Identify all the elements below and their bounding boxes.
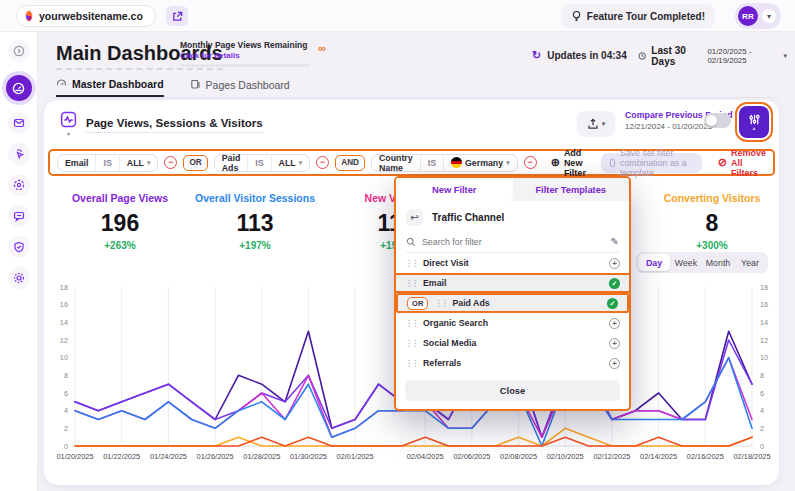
stat-value: 196 <box>45 210 195 237</box>
stat-value: 113 <box>180 210 330 237</box>
range-label: Last 30 Days <box>651 45 702 67</box>
feature-tour-badge[interactable]: Feature Tour Completed! <box>561 4 715 28</box>
popup-item-label: Paid Ads <box>452 298 489 308</box>
plus-circle-icon[interactable]: + <box>609 258 620 269</box>
filter-search-input[interactable] <box>422 237 605 247</box>
tab-label: Master Dashboard <box>72 78 164 90</box>
quota-details-link[interactable]: Click for details <box>180 51 312 60</box>
collapse-icon <box>13 45 25 57</box>
drag-handle-icon[interactable]: ⋮⋮ <box>405 319 417 328</box>
filter-field[interactable]: Country Name <box>372 155 420 171</box>
sidebar-item-settings[interactable] <box>8 267 30 289</box>
stat-value: 8 <box>637 210 787 237</box>
close-button[interactable]: Close <box>405 380 620 401</box>
svg-text:12: 12 <box>60 336 68 345</box>
tab-label: Pages Dashboard <box>206 79 290 91</box>
popup-item-email[interactable]: ⋮⋮ Email ✓ <box>396 273 629 293</box>
svg-text:16: 16 <box>760 300 768 309</box>
sidebar-item-engagement[interactable] <box>8 143 30 165</box>
filter-operator[interactable]: IS <box>247 155 270 171</box>
popup-tab-new-filter[interactable]: New Filter <box>396 178 513 201</box>
drag-handle-icon[interactable]: ⋮⋮ <box>405 259 417 268</box>
filter-field[interactable]: Paid Ads <box>215 155 248 171</box>
site-logo-icon <box>25 10 33 22</box>
chevron-down-icon: ▾ <box>783 52 787 60</box>
remove-all-filters-button[interactable]: ⊘Remove All Filters <box>718 148 766 178</box>
check-circle-icon[interactable]: ✓ <box>607 298 618 309</box>
save-filter-template-button[interactable]: Save set filter combination as a templat… <box>601 153 701 173</box>
sidebar-item-audience[interactable] <box>8 174 30 196</box>
sidebar-item-inbox[interactable] <box>8 112 30 134</box>
svg-text:01/28/2025: 01/28/2025 <box>243 452 280 461</box>
sidebar-collapse-button[interactable] <box>8 40 30 62</box>
chevron-down-icon: ▾ <box>506 159 510 167</box>
remove-filter-button[interactable]: − <box>164 156 177 169</box>
popup-item-label: Email <box>423 278 446 288</box>
pages-icon <box>190 79 201 90</box>
sidebar-item-security[interactable] <box>8 236 30 258</box>
granularity-day[interactable]: Day <box>638 254 670 271</box>
popup-item-direct-visit[interactable]: ⋮⋮ Direct Visit + <box>396 253 629 273</box>
drag-handle-icon[interactable]: ⋮⋮ <box>405 279 417 288</box>
svg-text:6: 6 <box>64 389 68 398</box>
popup-item-social-media[interactable]: ⋮⋮ Social Media + <box>396 333 629 353</box>
compare-toggle[interactable] <box>704 113 731 128</box>
date-range-dropdown[interactable]: Last 30 Days 01/20/2025 - 02/19/2025 ▾ <box>630 44 795 67</box>
plus-circle-icon[interactable]: + <box>609 338 620 349</box>
filter-value-dropdown[interactable]: ALL▾ <box>271 155 310 171</box>
toggle-knob <box>706 115 717 126</box>
filter-operator[interactable]: IS <box>420 155 443 171</box>
popup-title: Traffic Channel <box>432 212 504 223</box>
svg-text:14: 14 <box>60 318 68 327</box>
popup-tab-filter-templates[interactable]: Filter Templates <box>513 178 630 201</box>
site-url-field[interactable] <box>16 5 156 27</box>
filter-bar: Email IS ALL▾ − OR Paid Ads IS ALL▾ − AN… <box>48 149 775 176</box>
remove-filter-button[interactable]: − <box>524 156 537 169</box>
sidebar-item-messages[interactable] <box>8 205 30 227</box>
range-dates: 01/20/2025 - 02/19/2025 <box>707 47 778 65</box>
updates-dropdown[interactable]: ↻ Updates in 04:34 ▾ <box>523 44 645 67</box>
add-new-filter-button[interactable]: ⊕Add New Filter <box>551 148 588 178</box>
filter-popup: New Filter Filter Templates ↩ Traffic Ch… <box>394 176 631 411</box>
drag-handle-icon[interactable]: ⋮⋮ <box>434 299 446 308</box>
plus-circle-icon[interactable]: + <box>609 318 620 329</box>
stat-overall-visitor-sessions: Overall Visitor Sessions 113 +197% <box>180 192 330 251</box>
quota-label: Monthly Page Views Remaining <box>180 40 312 50</box>
popup-item-paid-ads[interactable]: OR ⋮⋮ Paid Ads ✓ <box>396 293 629 313</box>
svg-text:02/01/2025: 02/01/2025 <box>337 452 374 461</box>
popup-item-referrals[interactable]: ⋮⋮ Referrals + <box>396 353 629 373</box>
sidebar-item-dashboard[interactable] <box>6 75 32 101</box>
edit-icon[interactable]: ✎ <box>611 236 619 247</box>
export-icon <box>587 118 599 130</box>
chat-icon <box>13 210 25 222</box>
user-menu[interactable]: RR ▾ <box>735 3 781 29</box>
conjunction-or-chip[interactable]: OR <box>407 297 428 310</box>
drag-handle-icon[interactable]: ⋮⋮ <box>405 359 417 368</box>
conjunction-and-chip[interactable]: AND <box>335 155 365 171</box>
check-circle-icon[interactable]: ✓ <box>609 278 620 289</box>
filter-operator[interactable]: IS <box>95 155 118 171</box>
open-site-button[interactable] <box>166 6 188 26</box>
chevron-down-icon[interactable]: ▾ <box>60 132 77 136</box>
plus-circle-icon[interactable]: + <box>609 358 620 369</box>
filters-button[interactable]: ▴ <box>739 106 769 138</box>
filter-value-dropdown[interactable]: Germany▾ <box>443 155 517 171</box>
remove-filter-button[interactable]: − <box>316 156 329 169</box>
granularity-month[interactable]: Month <box>702 254 734 271</box>
conjunction-or-chip[interactable]: OR <box>183 155 207 171</box>
tab-pages-dashboard[interactable]: Pages Dashboard <box>190 78 290 97</box>
panel-icon-wrap: ▾ <box>60 111 77 136</box>
filter-field[interactable]: Email <box>58 155 95 171</box>
topbar: Feature Tour Completed! RR ▾ <box>0 0 795 32</box>
svg-text:8: 8 <box>64 371 68 380</box>
granularity-year[interactable]: Year <box>734 254 766 271</box>
drag-handle-icon[interactable]: ⋮⋮ <box>405 339 417 348</box>
site-url-input[interactable] <box>39 10 147 22</box>
filter-value-dropdown[interactable]: ALL▾ <box>119 155 158 171</box>
export-button[interactable]: ▾ <box>577 111 615 137</box>
tab-master-dashboard[interactable]: Master Dashboard <box>56 78 164 97</box>
back-icon[interactable]: ↩ <box>406 209 423 226</box>
granularity-week[interactable]: Week <box>670 254 702 271</box>
popup-item-organic-search[interactable]: ⋮⋮ Organic Search + <box>396 313 629 333</box>
filter-pill-paid-ads: Paid Ads IS ALL▾ <box>214 154 311 172</box>
